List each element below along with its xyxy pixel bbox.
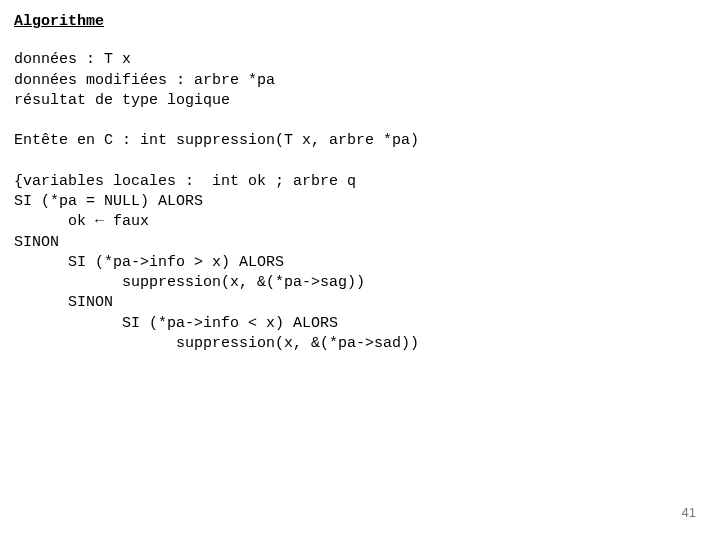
code-line: SINON — [14, 294, 113, 311]
code-line: SINON — [14, 234, 59, 251]
page-number: 41 — [682, 504, 696, 522]
code-line: {variables locales : int ok ; arbre q — [14, 173, 356, 190]
algorithm-body: données : T x données modifiées : arbre … — [14, 50, 706, 354]
section-title: Algorithme — [14, 12, 706, 32]
document-page: Algorithme données : T x données modifié… — [0, 0, 720, 540]
code-line: SI (*pa->info > x) ALORS — [14, 254, 284, 271]
code-line: données : T x — [14, 51, 131, 68]
code-line: Entête en C : int suppression(T x, arbre… — [14, 132, 419, 149]
code-line: suppression(x, &(*pa->sad)) — [14, 335, 419, 352]
code-line: données modifiées : arbre *pa — [14, 72, 275, 89]
code-line: ok ← faux — [14, 213, 149, 230]
code-line: SI (*pa = NULL) ALORS — [14, 193, 203, 210]
code-line: SI (*pa->info < x) ALORS — [14, 315, 338, 332]
code-line: suppression(x, &(*pa->sag)) — [14, 274, 365, 291]
code-line: résultat de type logique — [14, 92, 230, 109]
